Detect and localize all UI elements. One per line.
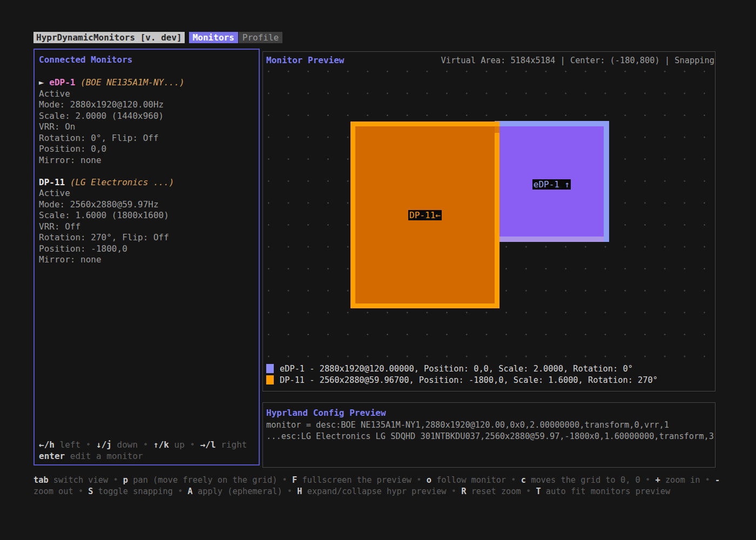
hyprland-config-panel: Hyprland Config Preview monitor = desc:B… bbox=[262, 402, 716, 468]
hint-key: A bbox=[188, 487, 193, 496]
tab-profile[interactable]: Profile bbox=[239, 32, 282, 43]
hint-key: H bbox=[297, 487, 302, 496]
hint-key: o bbox=[427, 475, 431, 485]
hint-separator-icon: • bbox=[113, 475, 118, 485]
hint-text: right bbox=[221, 440, 247, 450]
hint-line: enter edit a monitor bbox=[39, 451, 247, 462]
monitor-status: Active bbox=[39, 89, 255, 100]
dp11-corner-notch bbox=[495, 126, 500, 133]
hint-text: zoom in bbox=[665, 475, 700, 485]
hint-separator-icon: • bbox=[287, 487, 292, 496]
hint-key: p bbox=[123, 475, 128, 485]
hint-separator-icon: • bbox=[416, 475, 421, 485]
hint-text: follow monitor bbox=[436, 475, 506, 485]
monitor-detail: Rotation: 0°, Flip: Off bbox=[39, 133, 255, 144]
monitor-name: eDP-1 bbox=[49, 77, 75, 87]
hint-separator-icon: • bbox=[645, 475, 650, 485]
hint-separator-icon: • bbox=[511, 475, 516, 485]
legend-text: DP-11 - 2560x2880@59.96700, Position: -1… bbox=[280, 375, 658, 385]
preview-monitor-edp1-label: eDP-1 ↑ bbox=[532, 179, 571, 190]
hint-key: + bbox=[655, 475, 660, 485]
hint-text: zoom out bbox=[33, 487, 73, 496]
hint-key: ←/h bbox=[39, 440, 55, 450]
hint-key: tab bbox=[33, 475, 49, 485]
monitor-preview-title: Monitor Preview bbox=[266, 55, 345, 65]
hint-text: fullscreen the preview bbox=[302, 475, 411, 485]
connected-monitors-title: Connected Monitors bbox=[39, 55, 132, 65]
monitor-detail: Mirror: none bbox=[39, 254, 255, 266]
help-line: tab switch view • p pan (move freely on … bbox=[33, 475, 727, 486]
config-line: monitor = desc:BOE NE135A1M-NY1,2880x192… bbox=[266, 420, 713, 431]
virtual-area-status: Virtual Area: 5184x5184 | Center: (-180,… bbox=[441, 56, 714, 65]
hint-text: moves the grid to 0, 0 bbox=[531, 475, 640, 485]
monitor-status: Active bbox=[39, 188, 255, 199]
hint-separator-icon: • bbox=[190, 440, 195, 450]
monitor-description: (LG Electronics ...) bbox=[70, 177, 174, 187]
hint-separator-icon: • bbox=[526, 487, 531, 496]
monitor-description: (BOE NE135A1M-NY...) bbox=[80, 77, 185, 87]
hint-text: expand/collapse hypr preview bbox=[307, 487, 447, 496]
monitor-preview-panel: Monitor Preview Virtual Area: 5184x5184 … bbox=[262, 51, 716, 392]
hint-key: R bbox=[461, 487, 466, 496]
monitor-list: ► eDP-1 (BOE NE135A1M-NY...)ActiveMode: … bbox=[39, 77, 255, 276]
monitor-detail: Rotation: 270°, Flip: Off bbox=[39, 232, 255, 244]
hint-text: toggle snapping bbox=[98, 487, 173, 496]
hint-key: c bbox=[521, 475, 526, 485]
hint-text: auto fit monitors preview bbox=[546, 487, 670, 496]
legend-text: eDP-1 - 2880x1920@120.00000, Position: 0… bbox=[280, 364, 633, 374]
monitor-entry-header: DP-11 (LG Electronics ...) bbox=[39, 177, 255, 188]
hint-text: switch view bbox=[53, 475, 108, 485]
monitor-detail: Scale: 1.6000 (1800x1600) bbox=[39, 210, 255, 221]
hint-text: reset zoom bbox=[471, 487, 521, 496]
monitor-detail: Scale: 2.0000 (1440x960) bbox=[39, 111, 255, 122]
legend-color-chip bbox=[266, 375, 274, 384]
edp1-bottom-edge-strip bbox=[500, 237, 604, 242]
hint-key: →/l bbox=[200, 440, 216, 450]
hint-separator-icon: • bbox=[705, 475, 710, 485]
monitor-entry-header: ► eDP-1 (BOE NE135A1M-NY...) bbox=[39, 77, 255, 89]
connected-monitors-panel: Connected Monitors ► eDP-1 (BOE NE135A1M… bbox=[33, 49, 260, 465]
hint-separator-icon: • bbox=[451, 487, 456, 496]
monitor-detail: VRR: Off bbox=[39, 221, 255, 233]
hyprland-config-lines: monitor = desc:BOE NE135A1M-NY1,2880x192… bbox=[266, 420, 713, 442]
monitor-detail: Mirror: none bbox=[39, 155, 255, 166]
hint-key: S bbox=[88, 487, 93, 496]
preview-legend: eDP-1 - 2880x1920@120.00000, Position: 0… bbox=[266, 363, 658, 386]
hint-key: T bbox=[536, 487, 541, 496]
monitor-list-hints: ←/h left • ↓/j down • ↑/k up • →/l right… bbox=[39, 440, 247, 462]
hint-text: down bbox=[117, 440, 138, 450]
monitor-detail: Position: 0,0 bbox=[39, 144, 255, 155]
preview-monitor-dp11-label: DP-11← bbox=[408, 210, 442, 220]
preview-monitor-edp1[interactable]: eDP-1 ↑ bbox=[495, 121, 609, 242]
hint-text: up bbox=[174, 440, 185, 450]
monitor-detail: VRR: On bbox=[39, 122, 255, 133]
hint-key: enter bbox=[39, 451, 65, 461]
monitor-entry-edp-1[interactable]: ► eDP-1 (BOE NE135A1M-NY...)ActiveMode: … bbox=[39, 77, 255, 166]
tab-monitors[interactable]: Monitors bbox=[189, 32, 238, 43]
hint-key: F bbox=[292, 475, 297, 485]
app-title: HyprDynamicMonitors [v. dev] bbox=[33, 32, 185, 43]
tab-bar: HyprDynamicMonitors [v. dev] Monitors Pr… bbox=[33, 32, 282, 43]
hint-key: - bbox=[715, 475, 720, 485]
hint-separator-icon: • bbox=[282, 475, 287, 485]
config-line: ...esc:LG Electronics LG SDQHD 301NTBKDU… bbox=[266, 431, 713, 442]
monitor-detail: Position: -1800,0 bbox=[39, 244, 255, 255]
legend-row: eDP-1 - 2880x1920@120.00000, Position: 0… bbox=[266, 363, 658, 374]
hint-separator-icon: • bbox=[143, 440, 148, 450]
hint-separator-icon: • bbox=[86, 440, 91, 450]
legend-color-chip bbox=[266, 364, 274, 373]
hint-key: ↓/j bbox=[96, 440, 112, 450]
monitor-detail: Mode: 2880x1920@120.00Hz bbox=[39, 99, 255, 111]
help-bar: tab switch view • p pan (move freely on … bbox=[33, 475, 727, 497]
preview-monitor-dp11[interactable]: DP-11← bbox=[350, 122, 500, 308]
help-line: zoom out • S toggle snapping • A apply (… bbox=[33, 486, 727, 497]
monitor-entry-dp-11[interactable]: DP-11 (LG Electronics ...)ActiveMode: 25… bbox=[39, 177, 255, 266]
hint-text: apply (ephemeral) bbox=[198, 487, 282, 496]
legend-row: DP-11 - 2560x2880@59.96700, Position: -1… bbox=[266, 374, 658, 386]
hint-text: edit a monitor bbox=[70, 451, 143, 461]
hint-line: ←/h left • ↓/j down • ↑/k up • →/l right bbox=[39, 440, 247, 451]
hint-text: left bbox=[60, 440, 81, 450]
hint-separator-icon: • bbox=[178, 487, 183, 496]
selection-arrow-icon: ► bbox=[39, 77, 49, 87]
hint-key: ↑/k bbox=[153, 440, 169, 450]
